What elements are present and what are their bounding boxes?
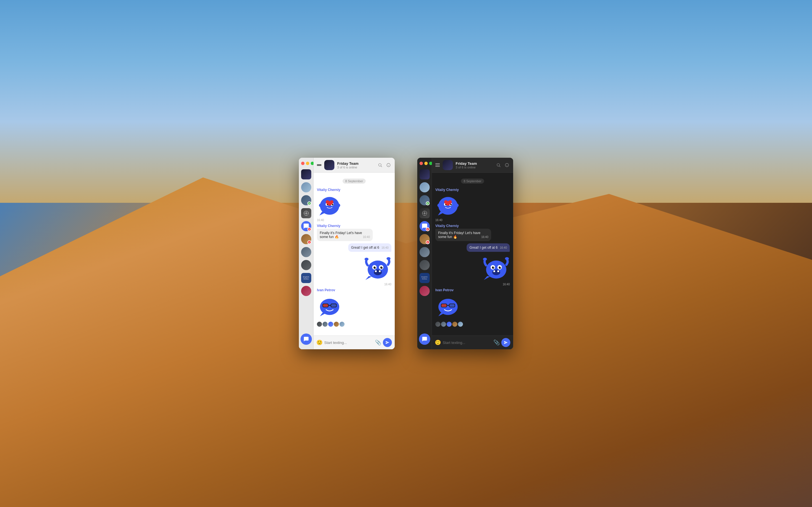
sidebar-item[interactable] [301, 208, 311, 218]
sidebar-item-active[interactable]: 1 [301, 221, 311, 231]
svg-point-73 [483, 258, 487, 261]
sticker-outgoing-dark: 16:40 [435, 254, 510, 286]
svg-line-7 [381, 166, 382, 167]
message-time-dark2: 16:40 [503, 283, 510, 286]
attach-button[interactable]: 📎 [375, 339, 381, 346]
message-bubble-outgoing: Great! I get off at 6 16:40 [348, 243, 391, 252]
message-incoming: Vitaliy Cherniy [317, 188, 391, 222]
search-button-dark[interactable] [496, 162, 501, 168]
svg-marker-12 [319, 212, 326, 216]
svg-point-42 [424, 212, 425, 214]
svg-point-6 [378, 164, 381, 166]
sidebar-item[interactable] [419, 208, 430, 218]
badge-count: 9 [426, 202, 430, 205]
info-button[interactable] [386, 162, 391, 168]
sidebar-item[interactable] [419, 260, 430, 270]
sidebar-item[interactable] [419, 182, 430, 192]
svg-point-74 [505, 257, 509, 260]
sender-name: Vitaliy Cherniy [317, 188, 391, 192]
sidebar-item[interactable]: English Online [419, 273, 430, 283]
sidebar-item[interactable] [301, 286, 311, 296]
svg-point-1 [305, 212, 307, 214]
light-chat-window: 9 [299, 158, 395, 349]
typing-indicators-dark [435, 322, 510, 327]
svg-point-30 [375, 267, 376, 268]
svg-point-32 [364, 258, 368, 261]
svg-rect-25 [379, 270, 380, 272]
compose-button[interactable] [301, 334, 312, 345]
sender-ivan-dark: Ivan Petrov [435, 288, 510, 292]
sticker-heart-dark: 16:40 [435, 193, 510, 222]
svg-marker-63 [484, 276, 490, 280]
traffic-light-red[interactable] [301, 162, 305, 165]
emoji-button-dark[interactable]: 🙂 [435, 339, 441, 346]
svg-marker-76 [439, 313, 444, 316]
sidebar-item[interactable]: 9 [301, 195, 311, 205]
search-button[interactable] [377, 162, 383, 168]
svg-point-61 [454, 203, 459, 207]
sidebar-item[interactable] [301, 247, 311, 257]
sticker-glasses [317, 293, 391, 318]
sender-name: Ivan Petrov [317, 288, 391, 292]
message-incoming-text: Vitaliy Cherniy Finally it's Friday! Let… [317, 224, 391, 241]
traffic-light-yellow[interactable] [424, 162, 428, 165]
sticker-heart: 16:40 [317, 193, 391, 222]
sticker-outgoing: 16:40 [317, 254, 391, 286]
message-incoming-dark: Vitaliy Cherniy [435, 188, 510, 222]
svg-rect-40 [331, 304, 336, 307]
send-button[interactable] [383, 338, 392, 347]
sidebar-dark: 9 [417, 158, 432, 349]
sidebar-item[interactable] [419, 247, 430, 257]
svg-point-33 [387, 257, 391, 260]
svg-point-60 [437, 203, 442, 207]
traffic-light-yellow[interactable] [306, 162, 309, 165]
menu-icon-dark[interactable] [435, 163, 440, 167]
compose-button-dark[interactable] [419, 334, 430, 345]
sidebar-item-active[interactable]: 1 [419, 221, 430, 231]
sidebar-item[interactable] [301, 182, 311, 192]
dark-chat-window: 9 [417, 158, 513, 349]
sidebar-item[interactable] [301, 169, 311, 179]
title-bar-light: Friday Team 3 of 6 is online [313, 158, 395, 173]
message-incoming-ivan: Ivan Petrov [317, 288, 391, 318]
badge-count: 1 [307, 227, 311, 231]
message-outgoing-dark: Great! I get off at 6 16:40 [435, 243, 510, 252]
send-button-dark[interactable] [501, 338, 510, 347]
traffic-light-red[interactable] [419, 162, 423, 165]
sidebar-light: 9 [299, 158, 313, 349]
message-bubble-outgoing-dark: Great! I get off at 6 16:40 [467, 243, 510, 252]
sidebar-item[interactable] [301, 260, 311, 270]
attach-button-dark[interactable]: 📎 [493, 339, 500, 346]
message-input-dark[interactable] [443, 341, 492, 345]
svg-point-20 [335, 203, 340, 207]
svg-point-19 [319, 203, 324, 207]
sidebar-item[interactable] [419, 286, 430, 296]
online-status: 3 of 6 is online [337, 166, 359, 169]
message-time: 16:40 [317, 219, 391, 222]
message-incoming-text-dark: Vitaliy Cherniy Finally it's Friday! Let… [435, 224, 510, 241]
title-bar-dark: Friday Team 3 of 6 is online [432, 158, 513, 173]
menu-icon[interactable] [317, 164, 321, 166]
sidebar-item[interactable]: 9 [419, 195, 430, 205]
windows-container: 9 [0, 0, 812, 507]
emoji-button[interactable]: 🙂 [316, 339, 322, 346]
chat-main-dark: Friday Team 3 of 6 is online [432, 158, 513, 349]
date-divider-dark: 8 September [435, 178, 510, 183]
svg-point-64 [492, 270, 500, 275]
sidebar-item[interactable]: 1 [419, 234, 430, 244]
info-button-dark[interactable] [504, 162, 510, 168]
svg-point-18 [333, 204, 333, 205]
svg-rect-39 [323, 304, 328, 307]
messages-area-light: 8 September Vitaliy Cherniy [313, 173, 395, 335]
message-input[interactable] [324, 341, 373, 345]
svg-marker-35 [320, 313, 326, 316]
svg-point-72 [500, 267, 501, 268]
svg-marker-22 [365, 276, 371, 280]
svg-line-48 [499, 166, 500, 167]
sidebar-item[interactable] [419, 169, 430, 179]
svg-point-59 [451, 204, 452, 205]
sidebar-item[interactable]: English Online [301, 273, 311, 283]
sender-name-dark: Vitaliy Cherniy [435, 188, 510, 192]
sidebar-item[interactable]: 1 [301, 234, 311, 244]
message-bubble-dark: Finally it's Friday! Let's have some fun… [435, 229, 491, 241]
